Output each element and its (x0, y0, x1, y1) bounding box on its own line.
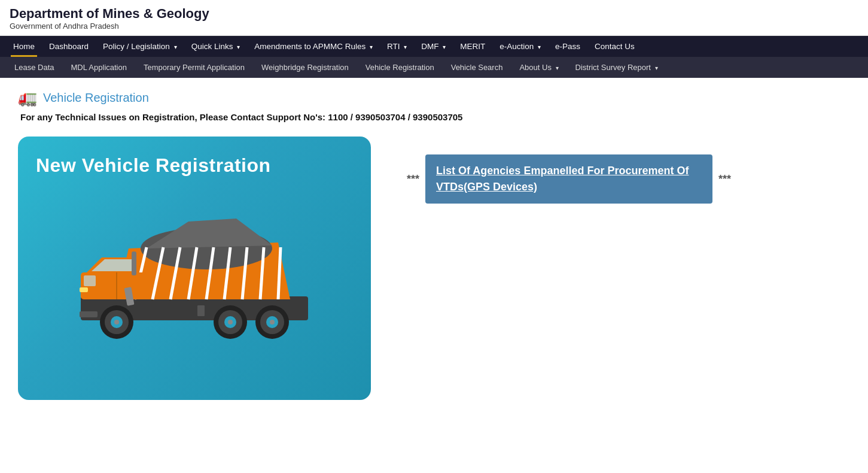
site-header: Department of Mines & Geology Government… (0, 0, 868, 36)
nav-home[interactable]: Home (6, 36, 42, 57)
nav-eauction[interactable]: e-Auction ▾ (492, 36, 548, 57)
svg-point-24 (114, 320, 119, 325)
dropdown-arrow-policy: ▾ (174, 44, 177, 50)
page-content: 🚛 Vehicle Registration For any Technical… (0, 78, 868, 411)
stars-left: *** (407, 173, 419, 186)
subnav-vehicle-search[interactable]: Vehicle Search (443, 57, 511, 78)
secondary-nav: Lease Data MDL Application Temporary Per… (0, 57, 868, 78)
page-heading: 🚛 Vehicle Registration (18, 89, 850, 107)
gps-link-area: *** List Of Agencies Empanelled For Proc… (407, 154, 731, 204)
gps-link-box[interactable]: List Of Agencies Empanelled For Procurem… (425, 154, 712, 204)
nav-quick-links[interactable]: Quick Links ▾ (184, 36, 248, 57)
truck-icon: 🚛 (18, 89, 37, 107)
nav-dmf[interactable]: DMF ▾ (414, 36, 453, 57)
site-subtitle: Government of Andhra Pradesh (10, 22, 858, 31)
svg-rect-17 (84, 275, 96, 286)
dropdown-arrow-eauction: ▾ (538, 44, 541, 50)
svg-rect-19 (80, 311, 98, 317)
dropdown-arrow-rti: ▾ (404, 44, 407, 50)
dropdown-arrow-amendments: ▾ (370, 44, 373, 50)
truck-illustration (36, 195, 353, 362)
svg-point-28 (228, 320, 233, 325)
dropdown-arrow-dmf: ▾ (443, 44, 446, 50)
stars-right: *** (718, 173, 731, 186)
page-title: Vehicle Registration (43, 91, 149, 105)
support-text: For any Technical Issues on Registration… (18, 112, 850, 122)
subnav-district-survey[interactable]: District Survey Report ▾ (567, 57, 666, 78)
nav-policy[interactable]: Policy / Legislation ▾ (96, 36, 184, 57)
gps-link[interactable]: List Of Agencies Empanelled For Procurem… (436, 165, 689, 193)
main-area: New Vehicle Registration (18, 137, 850, 400)
svg-rect-34 (197, 305, 205, 316)
dropdown-arrow-quick: ▾ (237, 44, 240, 50)
subnav-temp-permit[interactable]: Temporary Permit Application (135, 57, 253, 78)
nav-rti[interactable]: RTI ▾ (380, 36, 414, 57)
site-title: Department of Mines & Geology (10, 6, 858, 22)
svg-rect-33 (80, 287, 88, 292)
nav-amendments[interactable]: Amendments to APMMC Rules ▾ (247, 36, 380, 57)
nav-contact[interactable]: Contact Us (587, 36, 642, 57)
nav-epass[interactable]: e-Pass (548, 36, 587, 57)
subnav-weighbridge[interactable]: Weighbridge Registration (253, 57, 357, 78)
svg-point-32 (270, 320, 275, 325)
subnav-vehicle-reg[interactable]: Vehicle Registration (357, 57, 443, 78)
dropdown-arrow-district: ▾ (655, 65, 658, 71)
subnav-lease-data[interactable]: Lease Data (6, 57, 63, 78)
subnav-mdl[interactable]: MDL Application (63, 57, 135, 78)
vehicle-card-title: New Vehicle Registration (36, 154, 271, 177)
vehicle-card[interactable]: New Vehicle Registration (18, 137, 371, 400)
nav-dashboard[interactable]: Dashboard (42, 36, 96, 57)
nav-merit[interactable]: MERIT (453, 36, 492, 57)
primary-nav: Home Dashboard Policy / Legislation ▾ Qu… (0, 36, 868, 57)
dropdown-arrow-about: ▾ (556, 65, 559, 71)
subnav-about[interactable]: About Us ▾ (511, 57, 567, 78)
svg-rect-20 (132, 251, 136, 275)
